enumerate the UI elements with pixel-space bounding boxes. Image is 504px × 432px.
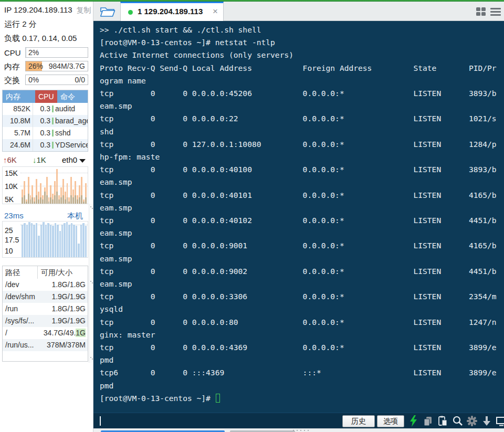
disk-size: 1.9G/1.9G bbox=[40, 291, 88, 303]
lightning-bolt-icon bbox=[409, 415, 418, 427]
copy-icon bbox=[423, 415, 433, 427]
tabbar-actions bbox=[476, 7, 501, 16]
terminal-line: tcp 0 0 0.0.0.0:45206 0.0.0.0:* LISTEN 3… bbox=[100, 87, 497, 100]
layout-grid-button[interactable] bbox=[476, 7, 487, 16]
terminal-line: eam.smp bbox=[100, 100, 497, 112]
sidebar-scrollbar[interactable] bbox=[89, 204, 93, 363]
terminal-line: tcp 0 0 0.0.0.0:40102 0.0.0.0:* LISTEN 4… bbox=[100, 214, 497, 227]
main-menu-button[interactable] bbox=[490, 7, 501, 16]
fullscreen-button[interactable] bbox=[496, 415, 504, 427]
disk-size: 34.7G/49.1G bbox=[40, 327, 88, 339]
finalshell-window: IP 129.204.189.113复制 运行 2 分 负载 0.17, 0.1… bbox=[0, 0, 504, 432]
download-bar bbox=[67, 197, 68, 204]
download-bar bbox=[26, 202, 27, 204]
process-mem: 24.6M bbox=[3, 139, 33, 151]
disk-path: / bbox=[3, 327, 40, 339]
network-bar bbox=[79, 167, 80, 204]
copy-ip-link[interactable]: 复制 bbox=[77, 6, 91, 14]
ip-row: IP 129.204.189.113复制 bbox=[4, 5, 91, 15]
disk-row: /dev/shm1.9G/1.9G bbox=[3, 291, 88, 303]
terminal-line: tcp 0 0 0.0.0.0:3306 0.0.0.0:* LISTEN 23… bbox=[100, 290, 497, 303]
scroll-up-arrow[interactable] bbox=[90, 206, 93, 210]
disk-row: /run/us...378M/378M bbox=[3, 339, 88, 351]
latency-bar bbox=[43, 222, 44, 257]
latency-bar bbox=[47, 223, 49, 257]
send-command-button[interactable] bbox=[407, 415, 419, 427]
scroll-down-arrow[interactable] bbox=[90, 356, 93, 361]
resize-handle[interactable] bbox=[293, 430, 309, 431]
process-mem: 852K bbox=[3, 103, 33, 115]
network-bar bbox=[70, 167, 72, 204]
terminal-line: eam.smp bbox=[100, 227, 497, 239]
network-legend: ↑6K ↓1K eth0 bbox=[0, 155, 89, 166]
session-tab[interactable]: 1 129.204.189.113 × bbox=[120, 2, 224, 21]
disk-path: /run bbox=[3, 303, 40, 315]
latency-bar bbox=[82, 223, 84, 257]
disk-path: /sys/fs/... bbox=[3, 315, 40, 327]
latency-bar bbox=[38, 236, 39, 257]
download-button[interactable] bbox=[481, 415, 492, 427]
process-table-header: 内存CPU命令 bbox=[3, 90, 88, 103]
terminal-line: tcp 0 0 0.0.0.0:9002 0.0.0.0:* LISTEN 44… bbox=[100, 265, 497, 278]
terminal-line: eam.smp bbox=[100, 202, 497, 214]
interface-selector[interactable]: eth0 bbox=[62, 155, 86, 164]
download-bar bbox=[83, 202, 85, 204]
tab-close-icon[interactable]: × bbox=[213, 6, 218, 17]
latency-bar bbox=[28, 222, 30, 257]
network-bar bbox=[36, 167, 37, 204]
download-bar bbox=[70, 195, 72, 204]
latency-bar bbox=[57, 225, 58, 257]
download-bar bbox=[56, 192, 58, 204]
disk-size-highlight: 1G bbox=[76, 329, 86, 337]
open-folder-button[interactable] bbox=[100, 5, 117, 18]
scroll-thumb[interactable] bbox=[90, 280, 93, 285]
history-button[interactable]: 历史 bbox=[342, 415, 375, 427]
tab-title: 1 129.204.189.113 bbox=[138, 7, 203, 16]
process-row: 852K0.3auditd bbox=[3, 103, 88, 115]
latency-bar bbox=[55, 223, 56, 257]
command-input[interactable] bbox=[104, 414, 340, 428]
download-bar bbox=[22, 197, 23, 204]
options-button[interactable]: 选项 bbox=[377, 415, 404, 427]
terminal-line: ogram name bbox=[100, 75, 497, 87]
latency-bar bbox=[45, 225, 47, 257]
terminal-line: tcp 0 0 0.0.0.0:80 0.0.0.0:* LISTEN 1247… bbox=[100, 316, 497, 329]
latency-bar bbox=[64, 223, 65, 257]
network-bar bbox=[77, 167, 78, 204]
download-bar bbox=[50, 197, 51, 204]
settings-button[interactable] bbox=[466, 415, 478, 427]
search-button[interactable] bbox=[452, 415, 463, 427]
latency-bar bbox=[76, 226, 77, 257]
download-value: 1K bbox=[37, 155, 46, 164]
terminal-line: tcp6 0 0 :::4369 :::* LISTEN 3899/e bbox=[100, 366, 497, 379]
terminal-line: tcp 0 0 0.0.0.0:4369 0.0.0.0:* LISTEN 38… bbox=[100, 341, 497, 354]
process-cpu: 0.3 bbox=[33, 127, 52, 139]
gauge-bar: 2% bbox=[25, 47, 88, 58]
latency-bar bbox=[80, 225, 82, 257]
latency-bar bbox=[26, 225, 28, 257]
download-bar bbox=[36, 195, 37, 204]
download-bar bbox=[65, 199, 66, 204]
copy-button[interactable] bbox=[422, 415, 434, 427]
chevron-down-icon bbox=[79, 159, 86, 163]
terminal-cursor bbox=[216, 394, 220, 403]
gauge-CPU: CPU2% bbox=[0, 47, 93, 58]
upload-arrow-icon: ↑ bbox=[3, 155, 7, 164]
gauge-detail: 0/0 bbox=[75, 76, 85, 84]
latency-chart: 25 17.5 10 bbox=[2, 221, 88, 258]
load-label: 负载 0.17, 0.14, 0.05 bbox=[4, 34, 77, 44]
bottom-status-strip bbox=[93, 428, 504, 432]
disk-row: /34.7G/49.1G bbox=[3, 327, 88, 339]
network-bar bbox=[60, 167, 62, 204]
download-bar bbox=[72, 197, 74, 204]
process-header-2: 命令 bbox=[57, 90, 88, 103]
process-cpu: 0.3 bbox=[33, 115, 52, 127]
latency-bar bbox=[24, 223, 25, 257]
terminal-screen[interactable]: >> ./ctl.sh start && ./ctl.sh shell[root… bbox=[93, 21, 504, 413]
latency-bars bbox=[22, 222, 87, 257]
disk-header-size: 可用/大小 bbox=[37, 266, 88, 279]
terminal-line: eam.smp bbox=[100, 176, 497, 188]
paste-button[interactable] bbox=[437, 415, 448, 427]
network-bar bbox=[54, 167, 56, 204]
download-bar bbox=[81, 195, 82, 204]
